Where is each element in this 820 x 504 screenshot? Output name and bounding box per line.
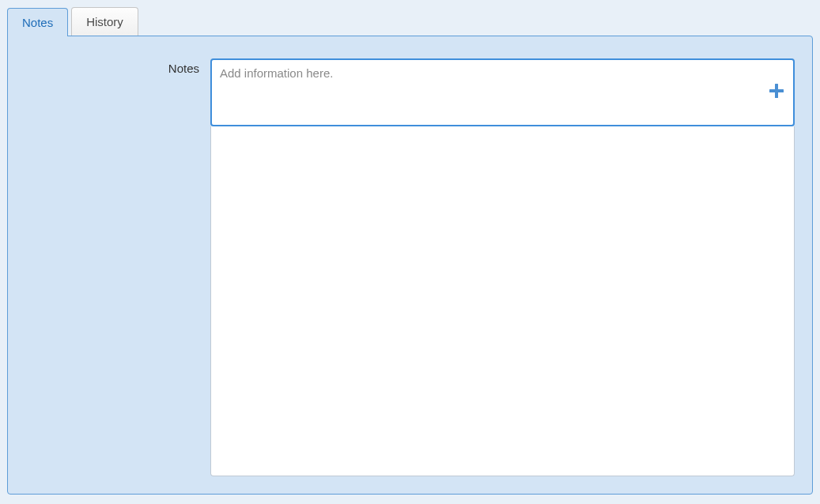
svg-rect-1 xyxy=(769,89,784,92)
tab-history[interactable]: History xyxy=(71,7,138,36)
tab-notes[interactable]: Notes xyxy=(7,8,68,36)
notes-panel: Notes xyxy=(7,36,813,495)
notes-form-row: Notes xyxy=(25,58,795,476)
add-note-button[interactable] xyxy=(766,82,787,103)
tab-history-label: History xyxy=(86,15,123,28)
tab-bar: Notes History xyxy=(7,7,813,36)
notes-textarea[interactable] xyxy=(212,60,758,125)
notes-field-label: Notes xyxy=(25,58,199,75)
notes-field-column xyxy=(210,58,795,476)
notes-list-area[interactable] xyxy=(210,126,795,476)
notes-input-container xyxy=(210,58,795,126)
tab-notes-label: Notes xyxy=(22,16,53,29)
plus-icon xyxy=(768,82,785,103)
